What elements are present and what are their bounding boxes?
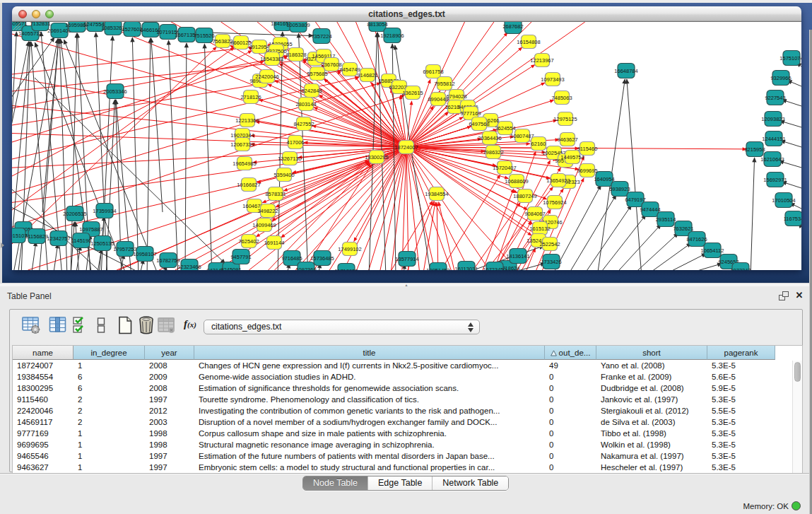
table-cell[interactable]: Yano et al. (2008) [596,361,707,372]
table-cell[interactable]: 2 [73,395,145,406]
table-cell[interactable]: 2008 [145,361,194,372]
graph-node[interactable]: 5359400 [273,168,294,182]
table-cell[interactable]: Estimation of the future numbers of pati… [194,451,545,462]
float-panel-icon[interactable] [779,291,789,300]
graph-node[interactable]: 1733426 [541,255,561,269]
column-header-short[interactable]: short [596,346,707,360]
graph-node[interactable]: 1691144 [264,236,285,250]
graph-node[interactable]: 19384554 [425,187,448,201]
graph-node[interactable]: 20053346 [103,84,126,99]
column-header-title[interactable]: title [194,346,545,360]
table-cell[interactable]: 22420046 [13,406,73,417]
graph-node[interactable]: 12067339 [230,138,254,151]
graph-edge[interactable] [630,233,678,270]
graph-edge[interactable] [12,147,406,168]
graph-node[interactable]: 7515526 [194,28,214,43]
table-cell[interactable]: 1997 [145,395,194,406]
column-header-year[interactable]: year [145,346,194,360]
graph-edge[interactable] [613,224,661,270]
close-panel-icon[interactable]: ✕ [794,290,804,301]
table-cell[interactable]: 9699695 [13,440,73,451]
table-cell[interactable]: Nakamura et al. (1997) [596,451,707,462]
table-options-icon[interactable] [22,316,40,334]
table-cell[interactable]: 9465546 [13,451,73,462]
table-cell[interactable]: 5.9E-5 [707,383,775,395]
graph-node[interactable]: 17499102 [338,243,361,256]
graph-node[interactable]: 12444151 [762,132,785,146]
table-row[interactable]: 1456911722003Disruption of a novel membe… [13,417,802,428]
tab-node-table[interactable]: Node Table [303,477,368,490]
table-cell[interactable]: Structural magnetic resonance image aver… [194,440,545,451]
graph-node[interactable]: 7955812 [434,77,454,90]
table-cell[interactable]: 1998 [145,428,194,440]
graph-node[interactable]: 12323466 [177,259,201,271]
graph-node[interactable]: 19166827 [237,178,260,192]
table-cell[interactable]: 1998 [145,440,194,451]
graph-node[interactable]: 10688609 [505,175,528,188]
delete-icon[interactable] [138,316,155,334]
graph-node[interactable]: 7563822 [212,35,233,48]
table-cell[interactable]: 5.3E-5 [707,417,775,428]
table-cell[interactable]: Tibbo et al. (1998) [596,428,707,440]
table-cell[interactable]: 18300295 [13,383,73,395]
table-cell[interactable]: 2008 [145,383,194,395]
graph-node[interactable]: 12342757 [47,231,70,246]
table-cell[interactable]: Disruption of a novel member of a sodium… [194,417,545,428]
graph-edge[interactable] [582,205,631,270]
table-row[interactable]: 1830029562008Estimation of significance … [13,383,802,395]
graph-node[interactable]: 16154808 [517,35,540,49]
graph-node[interactable]: 2522542 [539,238,560,251]
graph-node[interactable]: 8578331 [265,187,286,201]
graph-node[interactable]: 9329966 [770,71,791,86]
graph-node[interactable]: 14136141 [506,249,529,264]
graph-node[interactable]: 10958107 [133,247,156,262]
table-row[interactable]: 1938455462009Genome-wide association stu… [13,372,802,383]
network-canvas[interactable]: 1505571140557127132831206914061695986612… [12,22,801,270]
graph-node[interactable]: 20206535 [63,206,86,221]
graph-node[interactable]: 15751074 [779,51,801,66]
table-cell[interactable]: Dudbridge et al. (2008) [596,383,707,395]
graph-node[interactable]: 11718620 [335,264,358,271]
column-header-in_degree[interactable]: in_degree [73,346,145,360]
table-cell[interactable]: 0 [545,406,596,417]
graph-node[interactable]: 1527602 [122,22,142,37]
table-cell[interactable]: 1 [73,451,145,462]
graph-edge[interactable] [12,45,272,74]
graph-node[interactable]: 2803144 [295,98,316,111]
table-cell[interactable]: 1 [73,462,145,474]
graph-node[interactable]: 9146821 [357,69,377,82]
graph-node[interactable]: 19218906 [380,28,404,43]
table-cell[interactable]: 9777169 [13,428,73,440]
table-cell[interactable]: Tourette syndrome. Phenomenology and cla… [194,395,545,406]
table-row[interactable]: 946362711997Embryonic stem cells: a mode… [13,462,802,474]
graph-edge[interactable] [751,158,755,270]
column-header-pagerank[interactable]: pagerank [707,346,775,360]
table-cell[interactable]: 0 [545,428,596,440]
table-cell[interactable]: 1 [73,361,145,372]
graph-edge[interactable] [676,264,722,270]
graph-edge[interactable] [151,38,163,212]
graph-node[interactable]: 7357224 [311,29,331,44]
table-cell[interactable]: Embryonic stem cells: a model to study s… [194,462,545,474]
graph-node[interactable]: 9115460 [577,142,598,156]
table-cell[interactable]: 9115460 [13,395,73,406]
table-cell[interactable]: 6 [73,372,145,383]
table-cell[interactable]: 49 [545,361,596,372]
table-cell[interactable]: 5.3E-5 [707,428,775,440]
graph-node[interactable]: 8186328 [286,48,306,62]
graph-node[interactable]: 15692971 [763,173,787,187]
table-cell[interactable]: 5.3E-5 [707,395,775,406]
scrollbar-thumb[interactable] [794,362,801,382]
graph-node[interactable]: 10053809 [286,22,310,33]
graph-node[interactable]: 16782759 [156,253,180,268]
tab-network-table[interactable]: Network Table [433,477,508,490]
table-cell[interactable]: 0 [545,440,596,451]
graph-node[interactable]: 9463627 [557,133,577,146]
table-row[interactable]: 969969511998Structural magnetic resonanc… [13,440,802,451]
new-file-icon[interactable] [117,316,134,334]
graph-edge[interactable] [627,79,642,270]
table-cell[interactable]: 5.3E-5 [707,440,775,451]
graph-node[interactable]: 8471626 [686,232,707,247]
table-cell[interactable]: 2003 [145,417,194,428]
graph-node[interactable]: 1615132 [529,222,550,235]
